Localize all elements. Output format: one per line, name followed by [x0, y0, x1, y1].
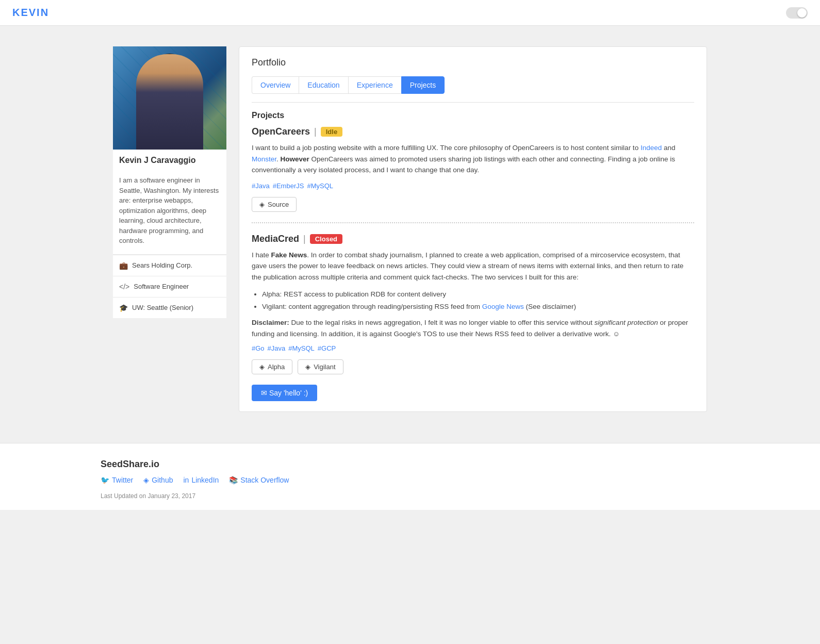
tab-overview[interactable]: Overview — [252, 76, 299, 94]
photo-body — [136, 54, 203, 150]
tag-mysql: #MySQL — [307, 182, 333, 190]
mediacred-disclaimer: Disclaimer: Due to the legal risks in ne… — [252, 317, 694, 339]
code-icon: </> — [119, 283, 129, 291]
mediacred-bullets: Alpha: REST access to publication RDB fo… — [262, 289, 694, 312]
twitter-link[interactable]: 🐦 Twitter — [101, 476, 133, 484]
tag-mysql2: #MySQL — [288, 344, 315, 352]
header: KEVIN — [0, 0, 820, 26]
tag-java: #Java — [252, 182, 270, 190]
say-hello-button[interactable]: ✉ Say 'hello' :) — [252, 385, 317, 401]
toggle-knob — [797, 8, 807, 18]
twitter-label: Twitter — [112, 476, 133, 484]
site-logo[interactable]: KEVIN — [12, 7, 49, 19]
indeed-link[interactable]: Indeed — [641, 144, 662, 152]
main-container: Kevin J Caravaggio I am a software engin… — [101, 46, 719, 412]
footer: SeedShare.io 🐦 Twitter ◈ Github in Linke… — [0, 443, 820, 510]
linkedin-link[interactable]: in LinkedIn — [183, 476, 219, 484]
tag-go: #Go — [252, 344, 265, 352]
theme-toggle[interactable] — [786, 7, 808, 19]
linkedin-label: LinkedIn — [191, 476, 219, 484]
footer-updated: Last Updated on January 23, 2017 — [101, 492, 719, 500]
github-footer-icon: ◈ — [143, 476, 149, 484]
profile-bio: I am a software engineer in Seattle, Was… — [113, 171, 226, 255]
graduation-icon: 🎓 — [119, 304, 128, 312]
profile-name: Kevin J Caravaggio — [113, 150, 226, 171]
tab-projects[interactable]: Projects — [401, 76, 445, 94]
alpha-label: Alpha — [268, 363, 285, 371]
profile-photo — [113, 46, 226, 150]
mediacred-name: MediaCred — [252, 234, 299, 244]
mediacred-status: Closed — [310, 234, 342, 244]
opencareers-desc: I want to build a job posting website wi… — [252, 142, 694, 176]
opencareers-divider: | — [314, 126, 317, 137]
monster-link[interactable]: Monster — [252, 155, 276, 163]
vigilant-button[interactable]: ◈ Vigilant — [298, 359, 343, 374]
opencareers-name-row: OpenCareers | Idle — [252, 126, 694, 137]
mediacred-buttons: ◈ Alpha ◈ Vigilant — [252, 359, 694, 374]
github-label: Github — [152, 476, 173, 484]
source-label: Source — [268, 201, 289, 208]
tab-divider — [252, 102, 694, 103]
github-icon: ◈ — [259, 201, 265, 208]
portfolio-section: Portfolio Overview Education Experience … — [239, 46, 707, 412]
mediacred-tags: #Go #Java #MySQL #GCP — [252, 344, 694, 352]
footer-brand: SeedShare.io — [101, 459, 719, 470]
tag-gcp: #GCP — [318, 344, 336, 352]
project-opencareers: OpenCareers | Idle I want to build a job… — [252, 126, 694, 212]
education-label: UW: Seattle (Senior) — [132, 304, 193, 311]
title-label: Software Engineer — [134, 283, 189, 290]
tag-emberjs: #EmberJS — [273, 182, 304, 190]
tab-experience[interactable]: Experience — [348, 76, 401, 94]
tag-java2: #Java — [268, 344, 286, 352]
footer-inner: SeedShare.io 🐦 Twitter ◈ Github in Linke… — [101, 459, 719, 500]
bullet-vigilant: Vigilant: content aggregation through re… — [262, 302, 694, 312]
projects-content: Projects OpenCareers | Idle I want to bu… — [252, 111, 694, 401]
stackoverflow-link[interactable]: 📚 Stack Overflow — [229, 476, 289, 484]
google-news-link[interactable]: Google News — [482, 303, 524, 310]
opencareers-name: OpenCareers — [252, 126, 310, 137]
opencareers-tags: #Java #EmberJS #MySQL — [252, 182, 694, 190]
briefcase-icon: 💼 — [119, 261, 128, 270]
vigilant-label: Vigilant — [314, 363, 335, 371]
source-button[interactable]: ◈ Source — [252, 197, 297, 212]
github-link[interactable]: ◈ Github — [143, 476, 173, 484]
mediacred-name-row: MediaCred | Closed — [252, 234, 694, 244]
portfolio-title: Portfolio — [252, 57, 694, 68]
bullet-alpha: Alpha: REST access to publication RDB fo… — [262, 289, 694, 300]
tab-bar: Overview Education Experience Projects — [252, 76, 694, 94]
stackoverflow-label: Stack Overflow — [240, 476, 289, 484]
footer-links: 🐦 Twitter ◈ Github in LinkedIn 📚 Stack O… — [101, 476, 719, 484]
github-icon-alpha: ◈ — [259, 363, 265, 371]
projects-heading: Projects — [252, 111, 694, 120]
alpha-button[interactable]: ◈ Alpha — [252, 359, 292, 374]
sidebar-education: 🎓 UW: Seattle (Senior) — [113, 297, 226, 318]
projects-separator — [252, 222, 694, 223]
twitter-icon: 🐦 — [101, 476, 109, 484]
mediacred-divider: | — [303, 234, 306, 244]
company-label: Sears Holding Corp. — [132, 261, 192, 269]
linkedin-icon: in — [183, 476, 189, 484]
project-mediacred: MediaCred | Closed I hate Fake News. In … — [252, 234, 694, 374]
sidebar-title: </> Software Engineer — [113, 276, 226, 297]
github-icon-vigilant: ◈ — [305, 363, 310, 371]
opencareers-buttons: ◈ Source — [252, 197, 694, 212]
sidebar-company: 💼 Sears Holding Corp. — [113, 255, 226, 276]
stackoverflow-icon: 📚 — [229, 476, 238, 484]
mediacred-desc: I hate Fake News. In order to combat sha… — [252, 250, 694, 283]
opencareers-status: Idle — [321, 127, 342, 137]
tab-education[interactable]: Education — [299, 76, 348, 94]
sidebar: Kevin J Caravaggio I am a software engin… — [113, 46, 226, 318]
